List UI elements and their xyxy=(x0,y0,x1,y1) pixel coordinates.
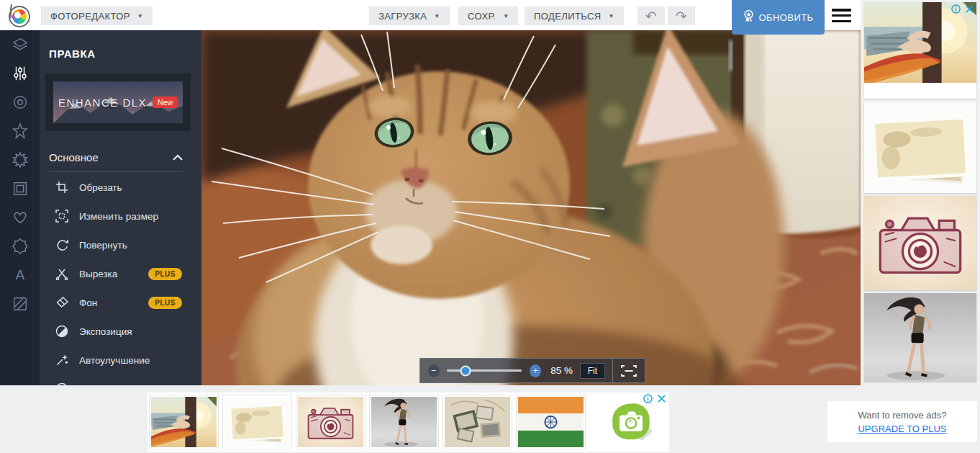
bottom-ad-area xyxy=(148,393,669,452)
ad-info-icon[interactable] xyxy=(643,394,653,403)
ad-card-sunset[interactable] xyxy=(864,2,976,99)
save-button[interactable]: СОХР. ▼ xyxy=(458,6,518,25)
crop-icon xyxy=(55,181,68,194)
zoom-in-button[interactable]: + xyxy=(530,364,541,377)
menu-item-resize[interactable]: Изменить размер xyxy=(40,202,201,230)
canvas-stage[interactable]: − + 85 % Fit xyxy=(201,30,861,385)
ad-thumb-model[interactable] xyxy=(369,395,439,449)
plus-badge: PLUS xyxy=(148,297,182,309)
rotate-icon xyxy=(55,238,68,251)
menu-item-cutout[interactable]: Вырезка PLUS xyxy=(40,259,201,288)
save-label: СОХР. xyxy=(468,11,496,22)
plus-badge: PLUS xyxy=(148,268,182,280)
ad-logo-camera[interactable] xyxy=(602,396,660,448)
zoom-slider[interactable] xyxy=(447,369,522,372)
upgrade-label: ОБНОВИТЬ xyxy=(759,12,814,23)
undo-icon: ↶ xyxy=(645,8,657,24)
ad-card-camera-sketch[interactable] xyxy=(864,196,976,290)
chevron-up-icon xyxy=(173,154,183,161)
menu-item-exposure[interactable]: Экспозиция xyxy=(40,317,201,346)
ad-close-icon[interactable] xyxy=(965,4,974,14)
bottom-ad-strip: Want to remove ads? UPGRADE TO PLUS xyxy=(0,385,980,453)
zoom-out-button[interactable]: − xyxy=(428,364,440,377)
ad-close-icon[interactable] xyxy=(657,394,666,403)
zoom-slider-knob[interactable] xyxy=(460,365,471,376)
overlay-icon[interactable] xyxy=(0,290,40,318)
panel-title: ПРАВКА xyxy=(49,48,96,60)
editor-menu-label: ФОТОРЕДАКТОР xyxy=(50,11,130,22)
caret-down-icon: ▼ xyxy=(434,13,440,19)
exposure-icon xyxy=(55,325,68,338)
upload-button[interactable]: ЗАГРУЗКА ▼ xyxy=(369,6,450,25)
zoom-percent: 85 % xyxy=(550,365,577,376)
caret-down-icon: ▼ xyxy=(503,13,509,19)
section-basic-header[interactable]: Основное xyxy=(49,151,183,163)
undo-button[interactable]: ↶ xyxy=(638,6,665,25)
sticker-icon[interactable] xyxy=(0,232,40,261)
menu-item-background[interactable]: Фон PLUS xyxy=(40,288,201,317)
resize-icon xyxy=(55,210,68,223)
ad-thumb-vintage-frames[interactable] xyxy=(222,395,292,449)
caret-down-icon: ▼ xyxy=(608,13,614,19)
photo-editor-app: ФОТОРЕДАКТОР ▼ ЗАГРУЗКА ▼ СОХР. ▼ ПОДЕЛИ… xyxy=(0,0,980,453)
star-icon[interactable] xyxy=(0,117,40,145)
menu-item-rotate[interactable]: Повернуть xyxy=(40,230,201,259)
app-logo xyxy=(6,2,32,28)
upgrade-button[interactable]: ОБНОВИТЬ xyxy=(732,0,825,35)
svg-text:A: A xyxy=(15,267,24,282)
editor-menu-button[interactable]: ФОТОРЕДАКТОР ▼ xyxy=(41,6,153,25)
top-bar: ФОТОРЕДАКТОР ▼ ЗАГРУЗКА ▼ СОХР. ▼ ПОДЕЛИ… xyxy=(0,0,861,30)
menu-item-partial[interactable] xyxy=(40,374,201,385)
basic-tools-menu: Обрезать Изменить размер Повернуть Вырез… xyxy=(40,173,201,385)
layers-icon[interactable] xyxy=(0,30,40,59)
auto-enhance-icon xyxy=(55,354,68,367)
edit-panel: ПРАВКА ENHANCE DLX New Основное xyxy=(40,30,201,385)
share-button[interactable]: ПОДЕЛИТЬСЯ ▼ xyxy=(525,6,624,25)
share-label: ПОДЕЛИТЬСЯ xyxy=(534,11,601,22)
caret-down-icon: ▼ xyxy=(137,13,143,19)
remove-ads-box: Want to remove ads? UPGRADE TO PLUS xyxy=(827,401,977,442)
ad-card-vintage-frames[interactable] xyxy=(864,102,976,193)
menu-item-auto-enhance[interactable]: Автоулучшение xyxy=(40,346,201,374)
ad-card-model[interactable] xyxy=(864,293,976,382)
menu-hamburger-button[interactable] xyxy=(832,9,851,22)
background-icon xyxy=(55,296,68,309)
ad-thumb-camera-sketch[interactable] xyxy=(296,395,366,449)
fit-button[interactable]: Fit xyxy=(580,363,605,379)
section-title: Основное xyxy=(49,151,99,163)
tool-rail: A xyxy=(0,30,40,385)
remove-ads-question: Want to remove ads? xyxy=(858,410,946,421)
ad-info-icon[interactable] xyxy=(951,4,961,14)
adjustments-icon[interactable] xyxy=(0,59,40,88)
new-badge: New xyxy=(153,97,178,108)
menu-item-crop[interactable]: Обрезать xyxy=(40,173,201,202)
eye-icon[interactable] xyxy=(0,88,40,117)
upgrade-to-plus-link[interactable]: UPGRADE TO PLUS xyxy=(858,423,946,434)
redo-icon: ↷ xyxy=(676,8,687,24)
text-icon[interactable]: A xyxy=(0,261,40,290)
effects-icon[interactable] xyxy=(0,145,40,174)
zoom-bar: − + 85 % Fit xyxy=(419,358,645,383)
ad-thumb-photo-collage[interactable] xyxy=(443,395,512,449)
upload-label: ЗАГРУЗКА xyxy=(378,11,427,22)
section-divider xyxy=(49,171,183,172)
banner-title: ENHANCE DLX xyxy=(58,97,147,109)
cat-photo xyxy=(201,30,861,385)
heart-icon[interactable] xyxy=(0,203,40,232)
medal-icon xyxy=(743,9,754,25)
cutout-icon xyxy=(55,267,68,280)
fit-screen-icon[interactable] xyxy=(613,365,645,377)
ad-thumb-india-flag[interactable] xyxy=(516,395,586,449)
redo-button[interactable]: ↷ xyxy=(668,6,695,25)
enhance-dlx-banner[interactable]: ENHANCE DLX New xyxy=(45,73,191,131)
frame-icon[interactable] xyxy=(0,174,40,203)
ad-thumb-sunset[interactable] xyxy=(149,395,219,449)
